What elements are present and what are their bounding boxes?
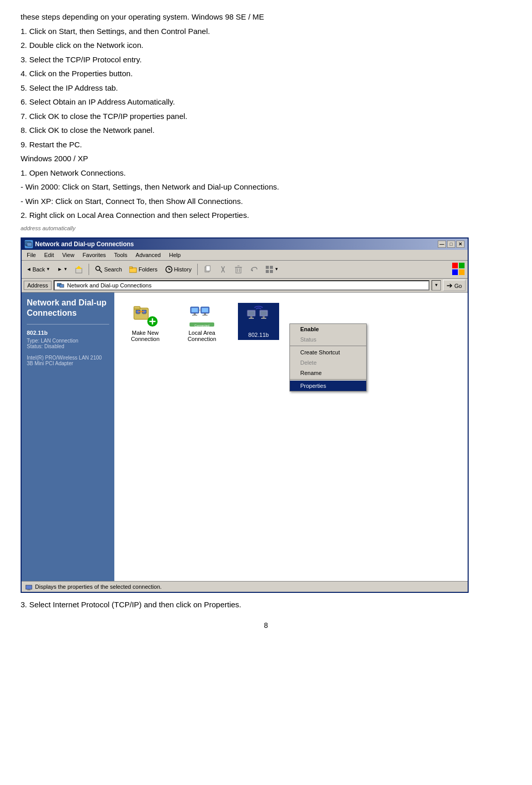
statusbar: Displays the properties of the selected … — [22, 581, 468, 592]
view-dropdown-icon: ▼ — [274, 267, 279, 271]
svg-rect-32 — [134, 308, 148, 319]
text-line-6: 6. Select Obtain an IP Address Automatic… — [21, 95, 511, 109]
go-button[interactable]: ➔ Go — [443, 280, 466, 291]
win-content: Make New Connection — [114, 293, 468, 581]
text-line-14: 2. Right click on Local Area Connection … — [21, 209, 511, 222]
ctx-enable[interactable]: Enable — [290, 324, 366, 334]
address-clip-text: address automatically — [21, 225, 511, 231]
ctx-properties[interactable]: Properties — [290, 381, 366, 391]
svg-rect-3 — [76, 268, 82, 273]
delete-button[interactable] — [232, 264, 245, 275]
statusbar-text: Displays the properties of the selected … — [35, 584, 162, 590]
folders-button[interactable]: Folders — [127, 264, 160, 275]
page-intro-text: these steps depending on your operating … — [21, 10, 511, 222]
text-line-3: 3. Select the TCP/IP Protocol entry. — [21, 53, 511, 66]
svg-rect-50 — [202, 308, 208, 312]
go-label: Go — [454, 283, 462, 289]
make-new-network-svg — [133, 303, 158, 328]
svg-point-5 — [96, 266, 100, 270]
close-button[interactable]: ✕ — [456, 241, 465, 248]
svg-line-6 — [99, 270, 102, 272]
local-area-connection-icon[interactable]: Connected Local Area Connection — [181, 303, 222, 342]
text-line-4: 4. Click on the Properties button. — [21, 67, 511, 80]
address-input[interactable]: Network and Dial-up Connections — [54, 280, 430, 291]
svg-rect-59 — [248, 311, 254, 315]
text-line-12: - Win 2000: Click on Start, Settings, th… — [21, 180, 511, 194]
make-new-connection-icon[interactable]: Make New Connection — [125, 303, 166, 342]
sidebar-divider — [27, 324, 109, 325]
address-dropdown-arrow-icon: ▼ — [434, 283, 438, 287]
win-window: Network and Dial-up Connections — □ ✕ Fi… — [21, 237, 469, 593]
undo-button[interactable] — [247, 264, 261, 275]
folders-icon — [129, 265, 138, 274]
menubar: File Edit View Favorites Tools Advanced … — [22, 250, 468, 261]
text-line-10: Windows 2000 / XP — [21, 152, 511, 165]
back-arrow-icon: ◄ — [26, 266, 31, 272]
menu-tools[interactable]: Tools — [111, 251, 131, 259]
text-line-2: 2. Double click on the Network icon. — [21, 39, 511, 52]
back-button[interactable]: ◄ Back ▼ — [24, 265, 53, 274]
titlebar-title: Network and Dial-up Connections — [25, 240, 134, 248]
ctx-create-shortcut[interactable]: Create Shortcut — [290, 347, 366, 357]
svg-rect-35 — [136, 313, 140, 314]
view-options-button[interactable]: ▼ — [263, 264, 281, 275]
toolbar-separator-2 — [197, 264, 198, 275]
svg-rect-25 — [270, 270, 273, 273]
folders-label: Folders — [139, 266, 158, 272]
minimize-button[interactable]: — — [438, 241, 446, 248]
titlebar-text: Network and Dial-up Connections — [35, 241, 134, 248]
back-label: Back — [32, 266, 45, 272]
ctx-rename[interactable]: Rename — [290, 368, 366, 378]
local-area-network-svg: Connected — [190, 303, 214, 328]
search-icon — [95, 265, 103, 274]
forward-arrow-icon: ► — [57, 266, 62, 272]
view-icon — [265, 265, 273, 274]
wireless-connection-image — [246, 305, 271, 330]
text-line-1: 1. Click on Start, then Settings, and th… — [21, 25, 511, 38]
svg-text:Connected: Connected — [194, 324, 209, 327]
text-line-0: these steps depending on your operating … — [21, 10, 511, 24]
search-button[interactable]: Search — [92, 264, 125, 275]
text-line-8: 8. Click OK to close the Network panel. — [21, 124, 511, 137]
svg-rect-61 — [26, 585, 32, 589]
delete-icon — [234, 265, 243, 274]
statusbar-icon — [25, 583, 33, 591]
ctx-status: Status — [290, 334, 366, 345]
copy-button[interactable] — [201, 264, 214, 275]
svg-marker-4 — [76, 266, 82, 269]
cut-icon — [219, 265, 227, 274]
menu-favorites[interactable]: Favorites — [79, 251, 109, 259]
context-menu: Enable Status Create Shortcut Delete Ren… — [289, 323, 367, 391]
menu-edit[interactable]: Edit — [41, 251, 57, 259]
ctx-separator-1 — [290, 346, 366, 346]
sidebar-type: Type: LAN Connection — [27, 338, 78, 344]
cut-button[interactable] — [216, 264, 230, 275]
menu-file[interactable]: File — [24, 251, 39, 259]
menu-help[interactable]: Help — [166, 251, 184, 259]
menu-view[interactable]: View — [59, 251, 78, 259]
maximize-button[interactable]: □ — [447, 241, 455, 248]
copy-icon — [203, 265, 212, 274]
titlebar-buttons[interactable]: — □ ✕ — [438, 241, 465, 248]
windows-logo-icon — [451, 262, 466, 276]
address-dropdown-button[interactable]: ▼ — [432, 280, 441, 291]
up-button[interactable] — [72, 264, 85, 275]
sidebar-title: Network and Dial-up Connections — [27, 298, 109, 319]
svg-rect-23 — [270, 266, 273, 269]
svg-rect-62 — [27, 589, 30, 590]
screenshot-container: Network and Dial-up Connections — □ ✕ Fi… — [21, 237, 469, 593]
wireless-connection-icon[interactable]: 802.11b — [238, 303, 279, 340]
menu-advanced[interactable]: Advanced — [132, 251, 164, 259]
history-button[interactable]: History — [162, 264, 194, 275]
local-area-connection-label: Local Area Connection — [181, 330, 222, 342]
svg-rect-57 — [263, 316, 265, 318]
toolbar: ◄ Back ▼ ► ▼ Search — [22, 261, 468, 279]
titlebar: Network and Dial-up Connections — □ ✕ — [22, 238, 468, 250]
toolbar-separator-1 — [89, 264, 89, 275]
history-label: History — [174, 266, 192, 272]
forward-button[interactable]: ► ▼ — [55, 265, 70, 274]
svg-rect-8 — [129, 267, 132, 268]
win-body: Network and Dial-up Connections 802.11b … — [22, 293, 468, 581]
up-icon — [75, 265, 83, 274]
search-label: Search — [104, 266, 122, 272]
